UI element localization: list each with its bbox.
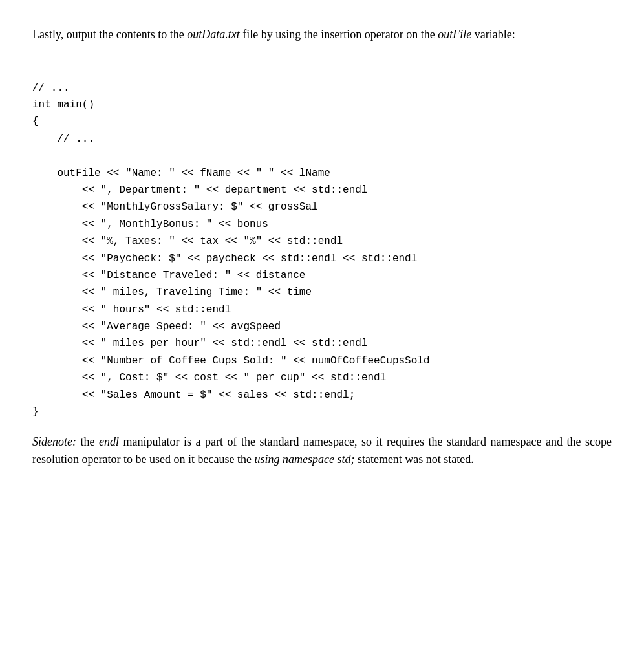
code-line: // ... xyxy=(32,131,612,147)
sidenote-text1: the xyxy=(76,435,99,448)
code-line: } xyxy=(32,404,612,420)
code-line: << ", Department: " << department << std… xyxy=(32,182,612,199)
code-line: << "Number of Coffee Cups Sold: " << num… xyxy=(32,352,612,369)
code-line: << " miles, Traveling Time: " << time xyxy=(32,284,612,301)
code-line: << ", Cost: $" << cost << " per cup" << … xyxy=(32,369,612,386)
sidenote-using: using namespace std; xyxy=(254,453,354,466)
code-line: << "Paycheck: $" << paycheck << std::end… xyxy=(32,250,612,267)
sidenote-label: Sidenote: xyxy=(32,435,76,448)
intro-variable: outFile xyxy=(438,28,471,41)
sidenote-endl: endl xyxy=(99,435,119,448)
intro-text-after: variable: xyxy=(471,28,515,41)
intro-text-middle: file by using the insertion operator on … xyxy=(240,28,438,41)
code-line: outFile << "Name: " << fName << " " << l… xyxy=(32,165,612,182)
code-line: << "Average Speed: " << avgSpeed xyxy=(32,318,612,335)
code-line: << " miles per hour" << std::endl << std… xyxy=(32,335,612,352)
intro-text-before: Lastly, output the contents to the xyxy=(32,28,187,41)
code-line: << ", MonthlyBonus: " << bonus xyxy=(32,216,612,233)
code-line: << "MonthlyGrossSalary: $" << grossSal xyxy=(32,199,612,215)
code-line: << "Sales Amount = $" << sales << std::e… xyxy=(32,387,612,404)
code-line xyxy=(32,147,612,164)
sidenote-paragraph: Sidenote: the endl manipulator is a part… xyxy=(32,433,612,468)
intro-filename: outData.txt xyxy=(187,28,240,41)
code-line: << "Distance Traveled: " << distance xyxy=(32,267,612,284)
code-line: int main() xyxy=(32,96,612,113)
code-line: << "%, Taxes: " << tax << "%" << std::en… xyxy=(32,233,612,250)
code-line: << " hours" << std::endl xyxy=(32,301,612,318)
code-block: // ...int main(){ // ... outFile << "Nam… xyxy=(32,63,612,420)
sidenote-text3: statement was not stated. xyxy=(354,453,473,466)
code-line: // ... xyxy=(32,80,612,96)
intro-paragraph: Lastly, output the contents to the outDa… xyxy=(32,26,612,43)
code-line: { xyxy=(32,113,612,130)
